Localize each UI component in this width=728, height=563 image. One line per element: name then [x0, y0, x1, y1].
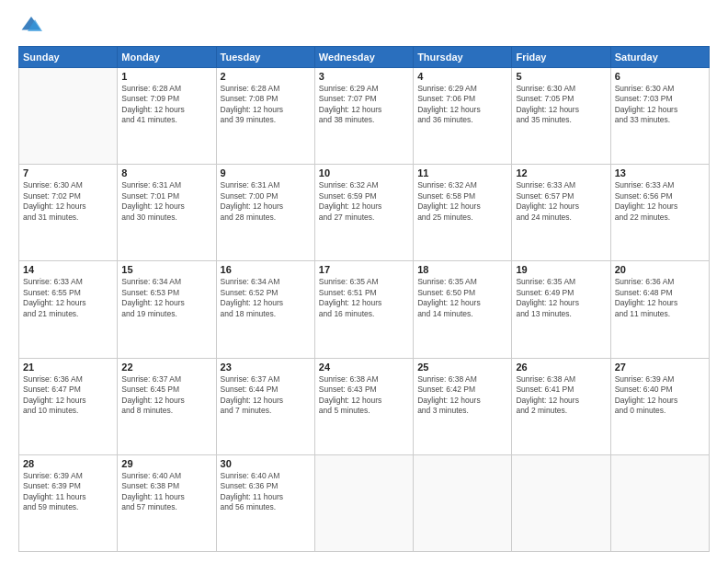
- day-cell: 17Sunrise: 6:35 AM Sunset: 6:51 PM Dayli…: [314, 261, 413, 358]
- day-number: 6: [615, 71, 705, 82]
- day-cell: 19Sunrise: 6:35 AM Sunset: 6:49 PM Dayli…: [512, 261, 610, 358]
- day-detail: Sunrise: 6:35 AM Sunset: 6:49 PM Dayligh…: [516, 277, 606, 319]
- day-detail: Sunrise: 6:30 AM Sunset: 7:02 PM Dayligh…: [23, 180, 113, 223]
- day-detail: Sunrise: 6:39 AM Sunset: 6:40 PM Dayligh…: [615, 374, 705, 417]
- day-detail: Sunrise: 6:40 AM Sunset: 6:36 PM Dayligh…: [221, 471, 311, 513]
- day-number: 25: [417, 362, 507, 373]
- calendar-table: SundayMondayTuesdayWednesdayThursdayFrid…: [18, 46, 710, 552]
- day-number: 9: [221, 167, 311, 178]
- day-detail: Sunrise: 6:28 AM Sunset: 7:08 PM Dayligh…: [221, 84, 311, 126]
- day-number: 4: [417, 71, 507, 82]
- week-row-4: 21Sunrise: 6:36 AM Sunset: 6:47 PM Dayli…: [19, 358, 710, 454]
- weekday-header-wednesday: Wednesday: [314, 47, 413, 68]
- day-number: 27: [615, 362, 705, 373]
- day-cell: 14Sunrise: 6:33 AM Sunset: 6:55 PM Dayli…: [19, 261, 118, 358]
- weekday-header-friday: Friday: [512, 47, 610, 68]
- day-cell: 8Sunrise: 6:31 AM Sunset: 7:01 PM Daylig…: [118, 165, 216, 261]
- weekday-header-monday: Monday: [118, 47, 216, 68]
- day-cell: 5Sunrise: 6:30 AM Sunset: 7:05 PM Daylig…: [512, 68, 610, 165]
- page: SundayMondayTuesdayWednesdayThursdayFrid…: [0, 0, 728, 563]
- week-row-5: 28Sunrise: 6:39 AM Sunset: 6:39 PM Dayli…: [19, 454, 710, 551]
- day-number: 13: [615, 167, 705, 178]
- day-detail: Sunrise: 6:30 AM Sunset: 7:05 PM Dayligh…: [516, 84, 606, 126]
- week-row-2: 7Sunrise: 6:30 AM Sunset: 7:02 PM Daylig…: [19, 165, 710, 261]
- day-cell: 26Sunrise: 6:38 AM Sunset: 6:41 PM Dayli…: [512, 358, 610, 454]
- day-cell: 28Sunrise: 6:39 AM Sunset: 6:39 PM Dayli…: [19, 454, 118, 551]
- week-row-3: 14Sunrise: 6:33 AM Sunset: 6:55 PM Dayli…: [19, 261, 710, 358]
- logo: [18, 15, 46, 37]
- day-number: 23: [221, 362, 311, 373]
- day-cell: 25Sunrise: 6:38 AM Sunset: 6:42 PM Dayli…: [414, 358, 512, 454]
- day-number: 22: [121, 362, 211, 373]
- day-cell: [19, 68, 118, 165]
- day-detail: Sunrise: 6:38 AM Sunset: 6:41 PM Dayligh…: [516, 374, 606, 417]
- day-cell: 29Sunrise: 6:40 AM Sunset: 6:38 PM Dayli…: [118, 454, 216, 551]
- day-number: 29: [121, 458, 211, 469]
- day-detail: Sunrise: 6:30 AM Sunset: 7:03 PM Dayligh…: [615, 84, 705, 126]
- day-detail: Sunrise: 6:37 AM Sunset: 6:44 PM Dayligh…: [221, 374, 311, 417]
- day-detail: Sunrise: 6:35 AM Sunset: 6:51 PM Dayligh…: [319, 277, 409, 319]
- day-cell: 3Sunrise: 6:29 AM Sunset: 7:07 PM Daylig…: [314, 68, 413, 165]
- day-number: 26: [516, 362, 606, 373]
- weekday-header-tuesday: Tuesday: [216, 47, 314, 68]
- day-detail: Sunrise: 6:33 AM Sunset: 6:56 PM Dayligh…: [615, 180, 705, 223]
- day-cell: [610, 454, 709, 551]
- day-number: 15: [121, 264, 211, 275]
- weekday-header-sunday: Sunday: [19, 47, 118, 68]
- day-detail: Sunrise: 6:31 AM Sunset: 7:00 PM Dayligh…: [221, 180, 311, 223]
- day-cell: 22Sunrise: 6:37 AM Sunset: 6:45 PM Dayli…: [118, 358, 216, 454]
- day-detail: Sunrise: 6:38 AM Sunset: 6:42 PM Dayligh…: [417, 374, 507, 417]
- day-detail: Sunrise: 6:34 AM Sunset: 6:52 PM Dayligh…: [221, 277, 311, 319]
- day-number: 17: [319, 264, 409, 275]
- day-number: 24: [319, 362, 409, 373]
- day-cell: 6Sunrise: 6:30 AM Sunset: 7:03 PM Daylig…: [610, 68, 709, 165]
- day-detail: Sunrise: 6:36 AM Sunset: 6:47 PM Dayligh…: [23, 374, 113, 417]
- day-number: 5: [516, 71, 606, 82]
- day-number: 11: [417, 167, 507, 178]
- day-cell: 1Sunrise: 6:28 AM Sunset: 7:09 PM Daylig…: [118, 68, 216, 165]
- day-number: 3: [319, 71, 409, 82]
- day-detail: Sunrise: 6:40 AM Sunset: 6:38 PM Dayligh…: [121, 471, 211, 513]
- day-detail: Sunrise: 6:31 AM Sunset: 7:01 PM Dayligh…: [121, 180, 211, 223]
- day-cell: 23Sunrise: 6:37 AM Sunset: 6:44 PM Dayli…: [216, 358, 314, 454]
- day-detail: Sunrise: 6:29 AM Sunset: 7:07 PM Dayligh…: [319, 84, 409, 126]
- day-number: 20: [615, 264, 705, 275]
- day-number: 16: [221, 264, 311, 275]
- day-cell: 13Sunrise: 6:33 AM Sunset: 6:56 PM Dayli…: [610, 165, 709, 261]
- day-cell: [512, 454, 610, 551]
- day-number: 8: [121, 167, 211, 178]
- day-cell: 7Sunrise: 6:30 AM Sunset: 7:02 PM Daylig…: [19, 165, 118, 261]
- day-number: 21: [23, 362, 113, 373]
- day-detail: Sunrise: 6:34 AM Sunset: 6:53 PM Dayligh…: [121, 277, 211, 319]
- day-number: 1: [121, 71, 211, 82]
- day-cell: 24Sunrise: 6:38 AM Sunset: 6:43 PM Dayli…: [314, 358, 413, 454]
- day-cell: 10Sunrise: 6:32 AM Sunset: 6:59 PM Dayli…: [314, 165, 413, 261]
- weekday-header-row: SundayMondayTuesdayWednesdayThursdayFrid…: [19, 47, 710, 68]
- day-cell: 21Sunrise: 6:36 AM Sunset: 6:47 PM Dayli…: [19, 358, 118, 454]
- week-row-1: 1Sunrise: 6:28 AM Sunset: 7:09 PM Daylig…: [19, 68, 710, 165]
- day-detail: Sunrise: 6:32 AM Sunset: 6:58 PM Dayligh…: [417, 180, 507, 223]
- day-detail: Sunrise: 6:36 AM Sunset: 6:48 PM Dayligh…: [615, 277, 705, 319]
- day-detail: Sunrise: 6:37 AM Sunset: 6:45 PM Dayligh…: [121, 374, 211, 417]
- day-cell: 12Sunrise: 6:33 AM Sunset: 6:57 PM Dayli…: [512, 165, 610, 261]
- day-number: 2: [221, 71, 311, 82]
- day-number: 19: [516, 264, 606, 275]
- day-detail: Sunrise: 6:39 AM Sunset: 6:39 PM Dayligh…: [23, 471, 113, 513]
- day-cell: 11Sunrise: 6:32 AM Sunset: 6:58 PM Dayli…: [414, 165, 512, 261]
- day-number: 7: [23, 167, 113, 178]
- day-number: 10: [319, 167, 409, 178]
- day-detail: Sunrise: 6:33 AM Sunset: 6:55 PM Dayligh…: [23, 277, 113, 319]
- day-cell: 27Sunrise: 6:39 AM Sunset: 6:40 PM Dayli…: [610, 358, 709, 454]
- logo-icon: [20, 15, 42, 33]
- day-cell: 4Sunrise: 6:29 AM Sunset: 7:06 PM Daylig…: [414, 68, 512, 165]
- day-cell: 15Sunrise: 6:34 AM Sunset: 6:53 PM Dayli…: [118, 261, 216, 358]
- day-number: 30: [221, 458, 311, 469]
- day-detail: Sunrise: 6:28 AM Sunset: 7:09 PM Dayligh…: [121, 84, 211, 126]
- header: [18, 15, 710, 37]
- day-cell: [414, 454, 512, 551]
- day-number: 18: [417, 264, 507, 275]
- day-detail: Sunrise: 6:33 AM Sunset: 6:57 PM Dayligh…: [516, 180, 606, 223]
- day-number: 12: [516, 167, 606, 178]
- day-cell: 20Sunrise: 6:36 AM Sunset: 6:48 PM Dayli…: [610, 261, 709, 358]
- day-detail: Sunrise: 6:38 AM Sunset: 6:43 PM Dayligh…: [319, 374, 409, 417]
